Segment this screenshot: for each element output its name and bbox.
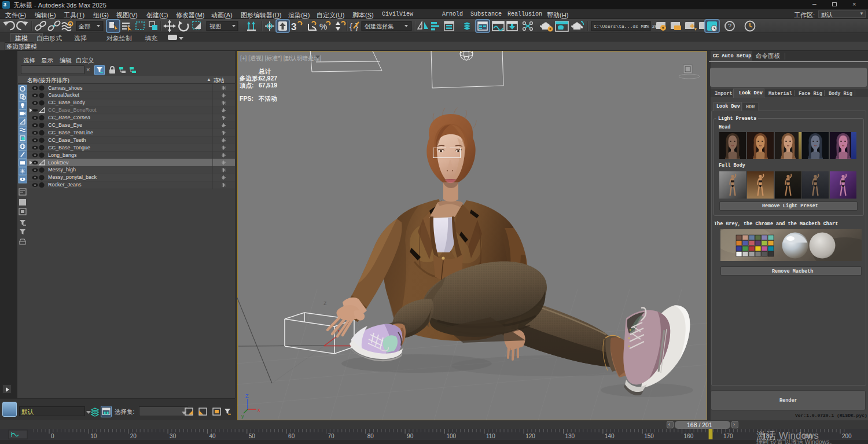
svg-text:60: 60	[288, 433, 295, 439]
svg-text:3: 3	[291, 21, 296, 32]
svg-text:FPS:: FPS:	[240, 95, 253, 102]
svg-text:40: 40	[209, 433, 216, 439]
svg-text:?: ?	[728, 23, 731, 30]
svg-text:130: 130	[565, 433, 575, 439]
svg-text:全部: 全部	[78, 23, 90, 30]
svg-text:Z: Z	[245, 393, 249, 399]
svg-text:10: 10	[90, 433, 97, 439]
svg-text:100: 100	[447, 433, 457, 439]
svg-text:不活动: 不活动	[258, 95, 277, 102]
svg-text:80: 80	[367, 433, 374, 439]
svg-text:160: 160	[684, 433, 694, 439]
svg-text:创建选择集: 创建选择集	[365, 23, 393, 30]
svg-text:67,519: 67,519	[259, 82, 277, 89]
svg-text:z: z	[323, 299, 327, 306]
svg-text:120: 120	[525, 433, 535, 439]
svg-text:0: 0	[51, 433, 54, 439]
svg-text:y: y	[241, 413, 244, 419]
svg-text:150: 150	[644, 433, 654, 439]
svg-text:x: x	[258, 407, 260, 413]
svg-text:C:\Users\ta...ds Max 202: C:\Users\ta...ds Max 202	[594, 24, 660, 29]
svg-text:200: 200	[842, 433, 852, 439]
svg-text:30: 30	[170, 433, 176, 439]
svg-text:70: 70	[328, 433, 335, 439]
svg-text:50: 50	[249, 433, 256, 439]
svg-text:%: %	[319, 21, 327, 31]
svg-text:总计: 总计	[258, 68, 271, 75]
svg-text:170: 170	[723, 433, 733, 439]
svg-text:视图: 视图	[209, 23, 221, 30]
svg-text:62,927: 62,927	[259, 75, 277, 82]
svg-text:110: 110	[486, 433, 495, 439]
svg-text:20: 20	[130, 433, 137, 439]
svg-text:{: {	[350, 21, 352, 31]
svg-text:90: 90	[407, 433, 414, 439]
svg-text:140: 140	[605, 433, 615, 439]
svg-text:[+] [透视] [标准*] [默认明暗处理]: [+] [透视] [标准*] [默认明暗处理]	[240, 55, 322, 61]
svg-text:多边形:: 多边形:	[240, 75, 260, 82]
svg-text:顶点:: 顶点:	[239, 82, 254, 89]
